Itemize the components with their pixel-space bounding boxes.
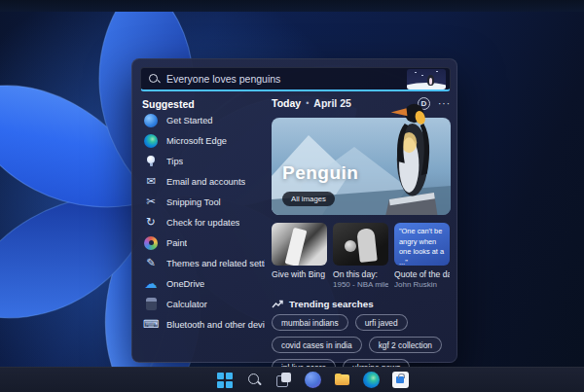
sidebar-item-check-updates[interactable]: ↻ Check for updates xyxy=(142,212,267,232)
windows-search-panel: Everyone loves penguins Suggested Get St… xyxy=(131,58,457,363)
suggested-header: Suggested xyxy=(142,98,195,110)
sidebar-item-tips[interactable]: Tips xyxy=(142,151,267,171)
quote-box: "One can't be angry when one looks at a … xyxy=(394,223,450,266)
onedrive-cloud-icon: ☁ xyxy=(144,277,158,291)
task-view-icon[interactable] xyxy=(275,372,292,388)
today-label: Today xyxy=(272,97,301,109)
trending-pill[interactable]: mumbai indians xyxy=(272,314,348,331)
widgets-icon[interactable] xyxy=(305,372,321,388)
refresh-icon: ↻ xyxy=(144,216,158,230)
calculator-icon xyxy=(146,298,157,310)
microsoft-edge-icon xyxy=(144,134,158,148)
taskbar-search-icon[interactable] xyxy=(246,372,263,388)
suggested-list: Get Started Microsoft Edge Tips ✉ Email … xyxy=(142,110,267,335)
hero-title: Penguin xyxy=(282,162,358,184)
edge-browser-icon[interactable] xyxy=(363,372,380,388)
give-with-bing-card[interactable]: Give with Bing xyxy=(272,223,327,290)
start-button[interactable] xyxy=(217,372,234,388)
sidebar-item-calculator[interactable]: Calculator xyxy=(142,294,267,314)
on-this-day-card[interactable]: On this day: 1950 - NBA miles... xyxy=(333,223,388,290)
info-cards-row: Give with Bing On this day: 1950 - NBA m… xyxy=(272,223,451,290)
microsoft-store-icon[interactable] xyxy=(392,372,409,388)
taskbar xyxy=(0,367,584,392)
paint-palette-icon xyxy=(144,236,158,250)
search-icon xyxy=(149,74,160,85)
sidebar-item-bluetooth-devices[interactable]: ⌨ Bluetooth and other devices sett... xyxy=(142,314,267,335)
scissors-icon: ✂ xyxy=(144,196,158,209)
sidebar-item-snipping-tool[interactable]: ✂ Snipping Tool xyxy=(142,192,267,212)
all-images-button[interactable]: All images xyxy=(282,192,335,206)
desktop: Everyone loves penguins Suggested Get St… xyxy=(0,0,584,392)
top-screen-edge xyxy=(0,0,584,12)
give-with-bing-photo xyxy=(272,223,327,266)
trending-header: Trending searches xyxy=(272,299,374,309)
search-highlights: Today • April 25 D ··· xyxy=(272,94,451,356)
sidebar-item-microsoft-edge[interactable]: Microsoft Edge xyxy=(142,130,267,151)
sidebar-item-paint[interactable]: Paint xyxy=(142,232,267,253)
get-started-icon xyxy=(144,114,158,127)
envelope-icon: ✉ xyxy=(144,175,158,189)
sidebar-item-themes[interactable]: ✎ Themes and related settings xyxy=(142,253,267,273)
pencil-icon: ✎ xyxy=(144,257,158,270)
penguin-night-illustration-icon xyxy=(407,69,446,89)
on-this-day-photo xyxy=(333,223,388,266)
search-box[interactable]: Everyone loves penguins xyxy=(140,67,451,91)
trending-pill[interactable]: covid cases in india xyxy=(272,337,362,353)
trending-pill[interactable]: urfi javed xyxy=(355,314,408,331)
quote-of-the-day-card[interactable]: "One can't be angry when one looks at a … xyxy=(394,223,450,290)
sidebar-item-onedrive[interactable]: ☁ OneDrive xyxy=(142,273,267,294)
hero-penguin-card[interactable]: Penguin All images xyxy=(272,118,451,215)
trending-up-icon xyxy=(272,300,283,309)
search-input[interactable]: Everyone loves penguins xyxy=(166,73,407,85)
sidebar-item-get-started[interactable]: Get Started xyxy=(142,110,267,130)
sidebar-item-email-accounts[interactable]: ✉ Email and accounts xyxy=(142,171,267,192)
file-explorer-icon[interactable] xyxy=(334,372,350,388)
devices-keyboard-icon: ⌨ xyxy=(144,318,158,332)
emperor-penguin-icon xyxy=(381,94,441,215)
lightbulb-icon xyxy=(144,155,158,168)
dot-separator: • xyxy=(306,98,309,108)
trending-pill[interactable]: kgf 2 collection xyxy=(369,337,442,353)
